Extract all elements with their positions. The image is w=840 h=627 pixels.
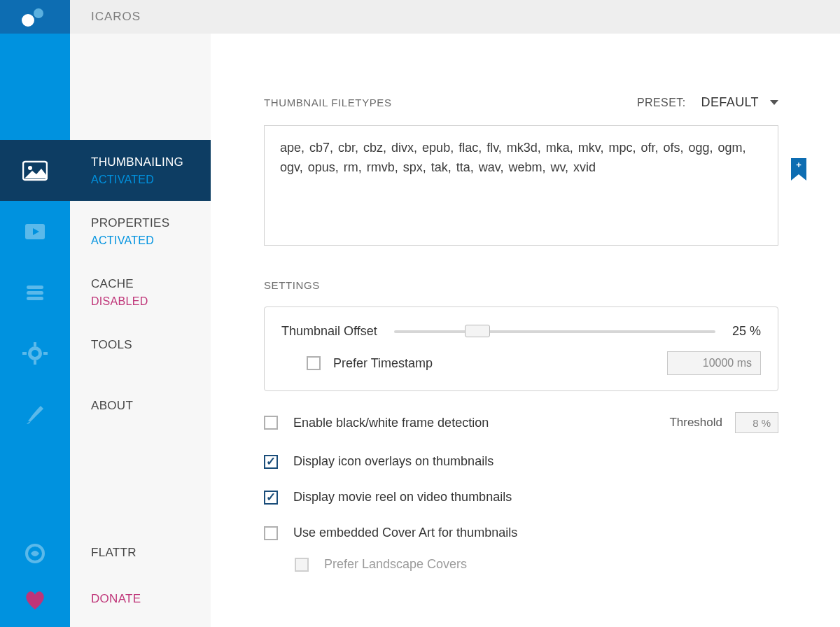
offset-panel: Thumbnail Offset 25 % Prefer Timestamp [264, 307, 778, 391]
svg-rect-9 [34, 360, 36, 365]
sidebar-item-tools[interactable]: TOOLS [70, 323, 211, 383]
sidebar-item-cache[interactable]: CACHE DISABLED [70, 262, 211, 323]
settings-heading: SETTINGS [264, 279, 778, 291]
option-label: Enable black/white frame detection [293, 416, 489, 430]
option-row-movie-reel: Display movie reel on video thumbnails [264, 490, 778, 505]
svg-point-0 [22, 14, 34, 27]
sidebar-item-thumbnailing[interactable]: THUMBNAILING ACTIVATED [70, 140, 211, 201]
prefer-timestamp-label: Prefer Timestamp [333, 356, 433, 371]
option-checkbox [295, 558, 309, 572]
sidebar-item-label: DONATE [91, 592, 211, 606]
threshold-input[interactable] [735, 412, 778, 433]
sidebar-item-status: ACTIVATED [91, 234, 211, 247]
sidebar: THUMBNAILING ACTIVATED PROPERTIES ACTIVA… [70, 34, 211, 627]
preset-label: PRESET: [637, 97, 686, 109]
svg-rect-7 [27, 297, 43, 300]
chevron-down-icon [770, 100, 778, 105]
preset-value-text: DEFAULT [701, 95, 759, 110]
offset-label: Thumbnail Offset [281, 324, 377, 339]
sidebar-item-label: THUMBNAILING [91, 155, 211, 169]
leaf-icon [22, 542, 48, 565]
option-checkbox[interactable] [264, 416, 278, 430]
rail-tools[interactable] [0, 323, 70, 383]
heart-icon [22, 589, 48, 611]
offset-value: 25 % [732, 324, 761, 339]
prefer-timestamp-checkbox[interactable] [307, 356, 321, 370]
option-label: Display icon overlays on thumbnails [293, 454, 493, 469]
option-label: Display movie reel on video thumbnails [293, 490, 512, 505]
filetypes-textbox[interactable]: ape, cb7, cbr, cbz, divx, epub, flac, fl… [264, 125, 778, 246]
preset-dropdown[interactable]: DEFAULT [701, 95, 778, 110]
sidebar-item-label: CACHE [91, 277, 211, 291]
svg-rect-5 [27, 286, 43, 289]
option-row-bw-detect: Enable black/white frame detection Thres… [264, 412, 778, 433]
option-checkbox[interactable] [264, 526, 278, 540]
option-checkbox[interactable] [264, 491, 278, 505]
content-panel: THUMBNAIL FILETYPES PRESET: DEFAULT ape,… [211, 34, 840, 627]
rail-thumbnailing[interactable] [0, 140, 70, 201]
svg-rect-6 [27, 291, 43, 295]
rail-flattr[interactable] [0, 530, 70, 577]
svg-rect-8 [34, 342, 36, 346]
gear-icon [22, 342, 48, 365]
sidebar-item-flattr[interactable]: FLATTR [70, 530, 211, 577]
timestamp-input[interactable] [667, 351, 761, 375]
sidebar-item-donate[interactable]: DONATE [70, 577, 211, 623]
rail-cache[interactable] [0, 262, 70, 323]
offset-slider-thumb[interactable] [465, 325, 490, 337]
sidebar-item-properties[interactable]: PROPERTIES ACTIVATED [70, 201, 211, 262]
rail-properties[interactable] [0, 201, 70, 262]
option-checkbox[interactable] [264, 455, 278, 469]
option-label: Use embedded Cover Art for thumbnails [293, 526, 517, 540]
svg-point-3 [28, 166, 32, 170]
offset-slider[interactable] [394, 330, 715, 333]
brush-icon [22, 403, 48, 425]
option-row-cover-art: Use embedded Cover Art for thumbnails [264, 526, 778, 540]
sidebar-item-label: PROPERTIES [91, 216, 211, 230]
app-title: ICAROS [91, 10, 141, 24]
sidebar-item-status: ACTIVATED [91, 174, 211, 186]
bookmark-add-button[interactable]: + [791, 158, 806, 181]
svg-rect-11 [43, 352, 48, 355]
app-logo [0, 0, 70, 34]
threshold-label: Threshold [669, 416, 722, 430]
sidebar-item-label: FLATTR [91, 546, 211, 560]
option-label: Prefer Landscape Covers [324, 557, 467, 572]
sidebar-item-label: TOOLS [91, 338, 211, 352]
play-icon [22, 220, 48, 243]
filetypes-heading: THUMBNAIL FILETYPES [264, 97, 392, 108]
option-row-landscape-covers: Prefer Landscape Covers [264, 557, 778, 572]
app-header: ICAROS [0, 0, 840, 34]
rail-about[interactable] [0, 383, 70, 444]
option-row-icon-overlays: Display icon overlays on thumbnails [264, 454, 778, 469]
stack-icon [22, 281, 48, 304]
svg-point-1 [34, 8, 43, 18]
logo-icon [20, 6, 50, 27]
icon-rail [0, 34, 70, 627]
rail-donate[interactable] [0, 577, 70, 623]
sidebar-item-about[interactable]: ABOUT [70, 383, 211, 444]
image-icon [22, 160, 48, 182]
svg-rect-10 [22, 352, 27, 355]
sidebar-item-label: ABOUT [91, 399, 211, 413]
sidebar-item-status: DISABLED [91, 295, 211, 308]
